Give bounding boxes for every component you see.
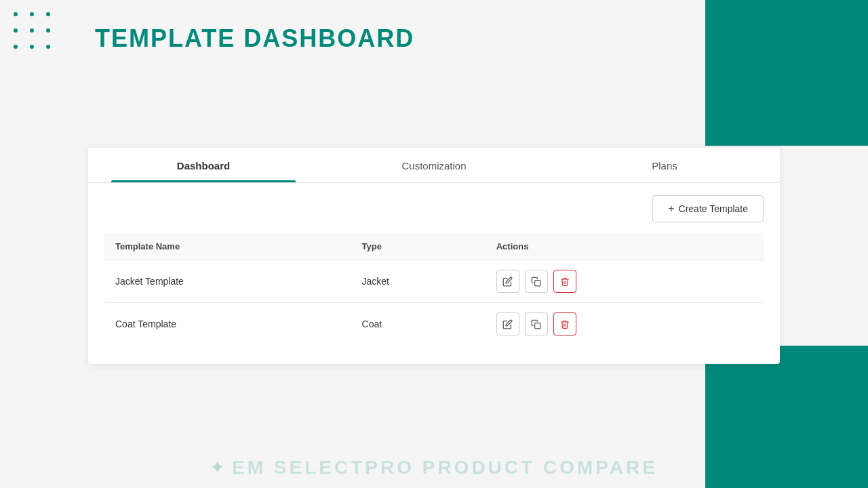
- plus-icon: +: [668, 203, 674, 215]
- action-buttons: [496, 270, 753, 293]
- copy-button-2[interactable]: [525, 312, 548, 336]
- watermark-text: EM SELECTPRO PRODUCT COMPARE: [232, 457, 658, 479]
- table-header-row: Template Name Type Actions: [104, 233, 764, 260]
- copy-button-1[interactable]: [525, 270, 548, 293]
- create-button-row: + Create Template: [104, 195, 764, 222]
- edit-button-2[interactable]: [496, 312, 519, 336]
- col-header-type: Type: [351, 233, 486, 260]
- tab-dashboard[interactable]: Dashboard: [88, 148, 319, 182]
- table-row: Coat TemplateCoat: [104, 303, 764, 346]
- action-buttons: [496, 312, 753, 336]
- dot-grid-top-left: [14, 12, 54, 53]
- tab-customization[interactable]: Customization: [319, 148, 549, 182]
- cell-actions: [486, 303, 764, 346]
- create-template-label: Create Template: [679, 203, 748, 214]
- cell-template-type: Coat: [351, 303, 486, 346]
- delete-button-1[interactable]: [553, 270, 576, 293]
- table-row: Jacket TemplateJacket: [104, 260, 764, 303]
- card-body: + Create Template Template Name Type Act…: [88, 183, 780, 364]
- watermark: ✦ EM SELECTPRO PRODUCT COMPARE: [0, 457, 868, 479]
- teal-decoration-top-right: [705, 0, 868, 146]
- cell-template-name: Coat Template: [104, 303, 351, 346]
- cell-actions: [486, 260, 764, 303]
- main-card: Dashboard Customization Plans + Create T…: [88, 148, 780, 364]
- templates-table: Template Name Type Actions Jacket Templa…: [104, 233, 764, 345]
- svg-rect-1: [535, 323, 540, 328]
- svg-rect-0: [535, 280, 540, 285]
- tab-bar: Dashboard Customization Plans: [88, 148, 780, 183]
- delete-button-2[interactable]: [553, 312, 576, 336]
- edit-button-1[interactable]: [496, 270, 519, 293]
- page-title: TEMPLATE DASHBOARD: [95, 24, 414, 53]
- page-header: TEMPLATE DASHBOARD: [95, 24, 414, 53]
- col-header-actions: Actions: [486, 233, 764, 260]
- cell-template-type: Jacket: [351, 260, 486, 303]
- tab-plans[interactable]: Plans: [549, 148, 780, 182]
- create-template-button[interactable]: + Create Template: [652, 195, 764, 222]
- col-header-name: Template Name: [104, 233, 351, 260]
- cell-template-name: Jacket Template: [104, 260, 351, 303]
- watermark-icon: ✦: [210, 458, 226, 477]
